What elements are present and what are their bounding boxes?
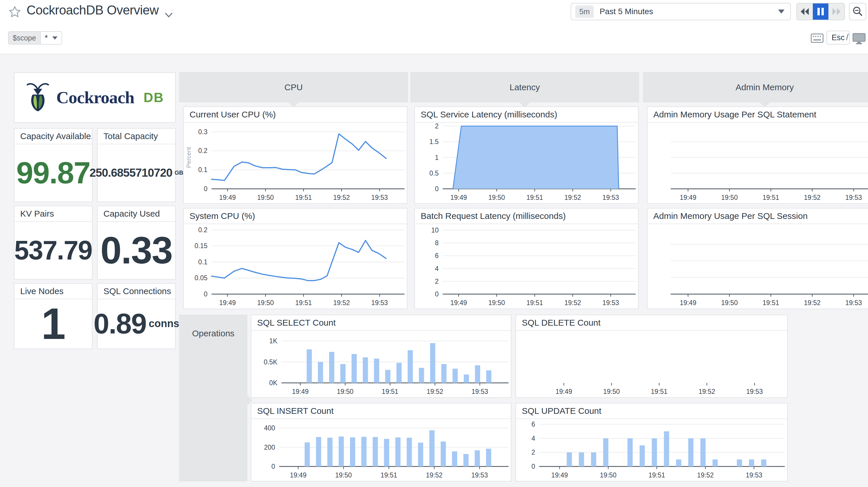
stat-title: Live Nodes bbox=[14, 284, 92, 299]
svg-text:19:49: 19:49 bbox=[290, 471, 307, 479]
svg-text:0.1: 0.1 bbox=[198, 166, 208, 173]
chart-plot-current-user-cpu[interactable]: 00.10.20.3Percent19:4919:5019:5119:5219:… bbox=[184, 122, 407, 203]
time-range-badge: 5m bbox=[575, 5, 594, 18]
chart-card-admin-memory-statement[interactable]: Admin Memory Usage Per SQL Statement 19:… bbox=[647, 107, 868, 204]
chart-card-batch-request-latency[interactable]: Batch Request Latency (milliseconds) 024… bbox=[414, 208, 639, 309]
svg-text:19:52: 19:52 bbox=[426, 471, 443, 479]
svg-text:0.2: 0.2 bbox=[198, 147, 208, 154]
chart-plot-sql-service-latency[interactable]: 00.511.5219:4919:5019:5119:5219:53 bbox=[415, 122, 638, 203]
stat-card-total-capacity[interactable]: Total Capacity 250.6855710720GB bbox=[97, 128, 176, 202]
scope-var-value[interactable]: * bbox=[40, 31, 62, 45]
chart-title: Admin Memory Usage Per SQL Session bbox=[648, 208, 868, 224]
svg-text:0.2: 0.2 bbox=[198, 226, 208, 234]
chart-card-system-cpu[interactable]: System CPU (%) 00.050.10.150.219:4919:50… bbox=[183, 208, 407, 309]
monitor-icon[interactable] bbox=[852, 33, 866, 45]
svg-text:19:51: 19:51 bbox=[526, 194, 543, 201]
chart-plot-batch-request-latency[interactable]: 024681019:4919:5019:5119:5219:53 bbox=[415, 224, 638, 309]
chart-plot-sql-select-count[interactable]: 0K0.5K1K19:4919:5019:5119:5219:53 bbox=[251, 330, 511, 397]
chart-title: SQL SELECT Count bbox=[251, 315, 511, 331]
stat-card-capacity-used[interactable]: Capacity Used 0.33 bbox=[97, 206, 176, 280]
svg-text:19:51: 19:51 bbox=[382, 388, 399, 395]
stat-title: Total Capacity bbox=[98, 129, 175, 144]
chart-card-sql-insert-count[interactable]: SQL INSERT Count 020040019:4919:5019:511… bbox=[251, 403, 512, 482]
svg-text:2: 2 bbox=[531, 449, 535, 456]
chart-plot-sql-update-count[interactable]: 024619:4919:5019:5119:5219:53 bbox=[516, 419, 787, 481]
svg-text:19:51: 19:51 bbox=[763, 194, 779, 201]
group-header-operations[interactable]: Operations bbox=[179, 315, 247, 482]
stat-unit: conns bbox=[149, 318, 179, 330]
chart-card-sql-select-count[interactable]: SQL SELECT Count 0K0.5K1K19:4919:5019:51… bbox=[251, 315, 512, 398]
svg-text:19:51: 19:51 bbox=[295, 299, 312, 307]
group-header-cpu[interactable]: CPU bbox=[179, 72, 408, 103]
stat-value: 537.79 bbox=[14, 235, 92, 265]
svg-text:6: 6 bbox=[531, 421, 535, 428]
svg-text:19:49: 19:49 bbox=[450, 194, 467, 201]
svg-text:19:52: 19:52 bbox=[564, 194, 581, 201]
keyboard-icon[interactable] bbox=[811, 33, 824, 43]
chart-plot-admin-memory-session[interactable]: 19:4919:5019:5119:5219:53 bbox=[648, 224, 868, 309]
stat-card-capacity-available[interactable]: Capacity Available... 99.87 bbox=[14, 128, 92, 202]
chart-card-sql-service-latency[interactable]: SQL Service Latency (milliseconds) 00.51… bbox=[414, 107, 639, 204]
fast-forward-button[interactable] bbox=[829, 3, 844, 20]
favorite-star-icon[interactable] bbox=[8, 5, 21, 19]
chart-card-current-user-cpu[interactable]: Current User CPU (%) 00.10.20.3Percent19… bbox=[183, 107, 407, 204]
chart-plot-admin-memory-statement[interactable]: 19:4919:5019:5119:5219:53 bbox=[648, 122, 868, 203]
stat-title: SQL Connections bbox=[98, 284, 175, 299]
time-range-selector[interactable]: 5m Past 5 Minutes bbox=[571, 3, 791, 20]
stat-card-sql-connections[interactable]: SQL Connections 0.89conns bbox=[97, 283, 176, 349]
svg-text:4: 4 bbox=[435, 265, 439, 273]
chart-title: Batch Request Latency (milliseconds) bbox=[415, 208, 638, 224]
pause-icon bbox=[817, 7, 825, 16]
svg-text:0: 0 bbox=[271, 463, 275, 470]
slash-separator: / bbox=[846, 32, 849, 42]
svg-text:19:49: 19:49 bbox=[292, 388, 309, 395]
chart-card-sql-update-count[interactable]: SQL UPDATE Count 024619:4919:5019:5119:5… bbox=[516, 403, 788, 482]
svg-text:0: 0 bbox=[531, 463, 535, 470]
chart-card-admin-memory-session[interactable]: Admin Memory Usage Per SQL Session 19:49… bbox=[647, 208, 868, 309]
chevron-down-icon[interactable] bbox=[164, 11, 174, 19]
chart-plot-sql-delete-count[interactable]: 19:4919:5019:5119:5219:53 bbox=[516, 330, 787, 397]
svg-text:19:53: 19:53 bbox=[845, 299, 862, 307]
stat-card-live-nodes[interactable]: Live Nodes 1 bbox=[14, 283, 92, 349]
chart-title: SQL DELETE Count bbox=[516, 315, 787, 331]
logo-wordmark: Cockroach bbox=[56, 88, 134, 108]
svg-text:1K: 1K bbox=[269, 337, 278, 345]
svg-text:0.3: 0.3 bbox=[198, 128, 208, 136]
svg-text:19:51: 19:51 bbox=[648, 471, 665, 479]
logo-suffix: DB bbox=[144, 90, 164, 105]
pause-button[interactable] bbox=[813, 3, 829, 20]
svg-text:2: 2 bbox=[435, 278, 439, 285]
svg-text:0.5: 0.5 bbox=[429, 169, 439, 177]
cockroach-bug-icon bbox=[26, 81, 50, 114]
svg-text:400: 400 bbox=[264, 424, 275, 432]
svg-text:0: 0 bbox=[435, 290, 439, 298]
svg-text:19:53: 19:53 bbox=[746, 388, 763, 395]
stat-value: 99.87 bbox=[16, 155, 90, 190]
group-header-latency[interactable]: Latency bbox=[410, 72, 639, 103]
svg-text:1.5: 1.5 bbox=[429, 138, 439, 145]
svg-text:0.1: 0.1 bbox=[198, 258, 208, 266]
svg-text:19:49: 19:49 bbox=[219, 194, 236, 201]
svg-text:0: 0 bbox=[435, 185, 439, 193]
chart-title: Current User CPU (%) bbox=[184, 107, 407, 123]
group-header-admin-memory[interactable]: Admin Memory bbox=[643, 72, 868, 103]
svg-text:19:50: 19:50 bbox=[337, 388, 354, 395]
chart-title: SQL UPDATE Count bbox=[516, 403, 787, 419]
chart-card-sql-delete-count[interactable]: SQL DELETE Count 19:4919:5019:5119:5219:… bbox=[516, 315, 788, 398]
template-variable-scope[interactable]: $scope * bbox=[8, 31, 62, 45]
stat-card-kv-pairs[interactable]: KV Pairs 537.79 bbox=[14, 206, 92, 280]
rewind-button[interactable] bbox=[797, 3, 813, 20]
svg-text:0.15: 0.15 bbox=[194, 242, 208, 250]
chart-plot-system-cpu[interactable]: 00.050.10.150.219:4919:5019:5119:5219:53 bbox=[184, 224, 407, 309]
svg-text:19:49: 19:49 bbox=[680, 194, 696, 201]
stat-value: 0.33 bbox=[100, 228, 173, 272]
svg-text:19:53: 19:53 bbox=[845, 194, 862, 201]
svg-text:8: 8 bbox=[435, 239, 439, 247]
svg-text:19:52: 19:52 bbox=[804, 194, 820, 201]
zoom-out-button[interactable] bbox=[849, 3, 866, 20]
group-label: CPU bbox=[284, 82, 303, 92]
svg-text:19:50: 19:50 bbox=[721, 194, 738, 201]
svg-text:2: 2 bbox=[435, 122, 439, 130]
chart-plot-sql-insert-count[interactable]: 020040019:4919:5019:5119:5219:53 bbox=[251, 419, 511, 481]
svg-text:19:49: 19:49 bbox=[680, 299, 696, 307]
